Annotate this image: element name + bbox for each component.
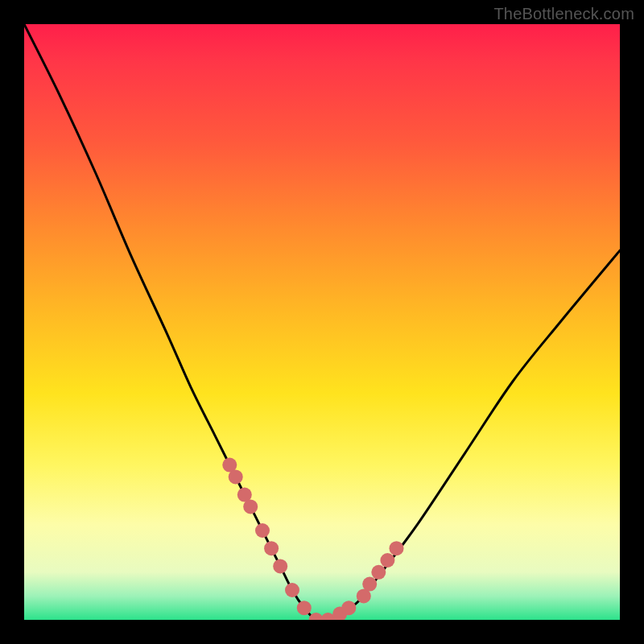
- bottleneck-chart: [24, 24, 620, 620]
- gradient-background: [24, 24, 620, 620]
- watermark-text: TheBottleneck.com: [493, 5, 634, 23]
